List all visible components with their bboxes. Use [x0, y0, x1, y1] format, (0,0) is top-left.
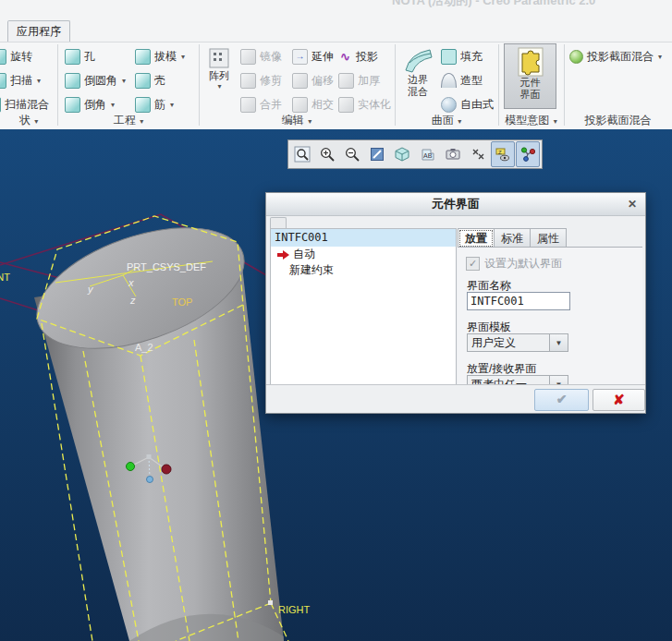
saved-views-icon: AB	[420, 146, 436, 163]
revolve-icon	[0, 49, 6, 65]
chevron-down-icon[interactable]: ▼	[549, 334, 568, 351]
right-plane-label: RIGHT	[278, 604, 311, 615]
zoom-fit-button[interactable]	[290, 141, 314, 167]
ribbon-item-project[interactable]: ∿ 投影	[338, 48, 378, 65]
ribbon-item-sweep-blend[interactable]: 扫描混合	[0, 96, 49, 113]
saved-views-button[interactable]: AB	[415, 141, 439, 167]
chamfer-icon	[65, 97, 80, 113]
dropdown-arrow-icon: ▾	[34, 117, 38, 126]
tab-placement[interactable]: 放置	[458, 228, 495, 248]
ribbon: 旋转 扫描 ▾ 扫描混合 孔 倒圆角 ▾ 倒角 ▾ 拔模 ▾ 壳 筋 ▾ 阵	[0, 42, 672, 129]
ok-button[interactable]: ✔	[534, 389, 589, 411]
dropdown-arrow-icon: ▾	[37, 77, 41, 85]
offset-icon	[292, 73, 308, 89]
extend-icon: →	[292, 49, 308, 65]
refit-button[interactable]	[365, 141, 389, 167]
ribbon-item-fill[interactable]: 填充	[441, 48, 483, 65]
tree-item-new-constraint[interactable]: 新建约束	[271, 262, 456, 278]
cancel-button[interactable]: ✘	[593, 389, 645, 411]
ribbon-item-merge[interactable]: 合并	[240, 96, 282, 113]
dialog-footer: ✔ ✘	[266, 384, 645, 413]
ribbon-item-projected-section-blend[interactable]: 投影截面混合 ▾	[569, 48, 662, 65]
group-label-shapes[interactable]: 状 ▾	[0, 113, 57, 128]
tree-item-interface-root[interactable]: INTFC001	[271, 229, 456, 247]
dropdown-arrow-icon: ▾	[658, 53, 662, 61]
spin-center-button[interactable]	[516, 141, 540, 167]
checkbox-checked-icon[interactable]: ✓	[466, 257, 480, 271]
interface-template-select[interactable]: 用户定义 ▼	[467, 333, 568, 352]
interface-name-input[interactable]	[467, 292, 570, 310]
project-icon: ∿	[338, 50, 352, 64]
ribbon-item-trim[interactable]: 修剪	[240, 72, 282, 89]
dropdown-arrow-icon: ▾	[458, 117, 461, 126]
draft-icon	[135, 49, 151, 65]
dropdown-arrow-icon: ▾	[140, 117, 143, 126]
ribbon-item-chamfer[interactable]: 倒角 ▾	[65, 96, 115, 113]
placement-tab-content: ✓ 设置为默认界面 界面名称 界面模板 用户定义 ▼ 放置/接收界面 两者中任一…	[458, 247, 642, 388]
round-icon	[65, 73, 80, 89]
zoom-out-button[interactable]	[340, 141, 364, 167]
triad-blue-node	[147, 477, 153, 483]
component-interface-icon	[517, 47, 544, 77]
zoom-in-button[interactable]	[315, 141, 339, 167]
style-icon	[441, 73, 457, 88]
dropdown-arrow-icon: ▾	[181, 53, 185, 61]
datum-display-button[interactable]	[466, 141, 490, 167]
rib-icon	[135, 97, 151, 113]
ribbon-item-boundary-blend[interactable]: 边界混合	[397, 46, 438, 98]
annotation-display-button[interactable]: Z	[491, 141, 515, 167]
default-interface-checkbox-row[interactable]: ✓ 设置为默认界面	[466, 256, 562, 272]
triad-red-node	[162, 465, 171, 474]
tab-properties[interactable]: 属性	[531, 228, 567, 248]
ribbon-item-freestyle[interactable]: 自由式	[441, 96, 494, 113]
refit-icon	[369, 146, 385, 163]
zoom-out-icon	[344, 146, 360, 163]
sweep-icon	[0, 73, 6, 89]
ribbon-item-pattern[interactable]: 阵列 ▾	[202, 46, 237, 91]
sweep-blend-icon	[0, 97, 1, 113]
intersect-icon	[292, 97, 308, 113]
ribbon-item-solidify[interactable]: 实体化	[338, 96, 391, 113]
ribbon-item-rib[interactable]: 筋 ▾	[135, 96, 174, 113]
group-label-projected-section-blend[interactable]: 投影截面混合	[564, 113, 672, 128]
hole-icon	[65, 49, 80, 65]
ribbon-item-draft[interactable]: 拔模 ▾	[135, 48, 185, 65]
group-label-engineering[interactable]: 工程 ▾	[58, 113, 199, 128]
mirror-icon	[240, 49, 256, 65]
ribbon-item-hole[interactable]: 孔	[65, 48, 95, 65]
ribbon-item-extend[interactable]: → 延伸	[292, 48, 334, 65]
axis-a2-label: A_2	[135, 342, 153, 353]
dialog-close-button[interactable]: ✕	[624, 197, 641, 212]
ribbon-item-sweep[interactable]: 扫描 ▾	[0, 72, 41, 89]
datum-display-icon	[470, 146, 486, 163]
ribbon-item-offset[interactable]: 偏移	[292, 72, 334, 89]
interface-tree: INTFC001 自动 新建约束	[270, 228, 457, 387]
ribbon-item-style[interactable]: 造型	[441, 72, 483, 89]
tree-item-auto[interactable]: 自动	[271, 247, 456, 262]
ribbon-item-thicken[interactable]: 加厚	[338, 72, 380, 89]
group-label-surface[interactable]: 曲面 ▾	[395, 113, 498, 128]
wireframe-vertex-marker	[268, 600, 273, 605]
freestyle-icon	[441, 97, 457, 113]
tab-application[interactable]: 应用程序	[7, 20, 70, 42]
capture-button[interactable]	[441, 141, 465, 167]
shell-icon	[135, 73, 151, 89]
sphere-icon	[569, 50, 583, 64]
dialog-title: 元件界面	[266, 193, 645, 216]
svg-text:Z: Z	[498, 150, 502, 155]
dialog-tabs: 放置 标准 属性	[458, 228, 567, 248]
ribbon-item-round[interactable]: 倒圆角 ▾	[65, 72, 126, 89]
ribbon-item-shell[interactable]: 壳	[135, 72, 165, 89]
ribbon-item-intersect[interactable]: 相交	[292, 96, 334, 113]
dropdown-arrow-icon: ▾	[170, 101, 174, 109]
display-style-button[interactable]	[390, 141, 414, 167]
capture-icon	[445, 146, 461, 163]
group-label-edit[interactable]: 编辑 ▾	[199, 113, 395, 128]
solidify-icon	[338, 97, 354, 113]
annotation-display-icon: Z	[495, 146, 511, 163]
ribbon-item-component-interface[interactable]: 元件界面	[504, 43, 556, 109]
tab-criteria[interactable]: 标准	[495, 228, 531, 248]
group-label-model-intent[interactable]: 模型意图 ▾	[498, 113, 564, 128]
ribbon-item-mirror[interactable]: 镜像	[240, 48, 282, 65]
ribbon-item-revolve[interactable]: 旋转	[0, 48, 32, 65]
